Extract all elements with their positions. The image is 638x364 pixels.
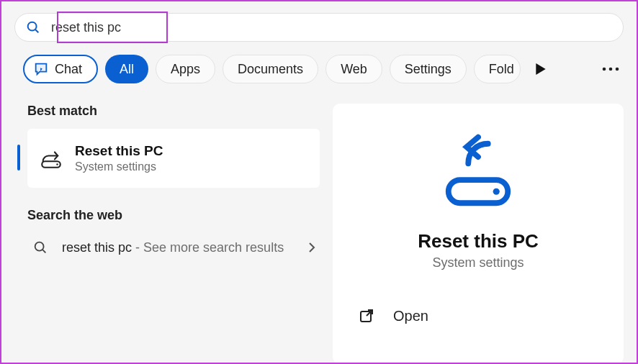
filter-folders[interactable]: Fold [474,55,521,83]
open-icon [357,306,376,325]
svg-line-8 [42,250,45,252]
search-icon [32,239,49,256]
scroll-right-button[interactable] [528,56,554,82]
preview-title: Reset this PC [418,230,539,252]
svg-point-7 [35,242,44,251]
svg-line-1 [35,29,38,32]
more-options-button[interactable] [598,56,624,82]
search-bar[interactable] [14,13,624,42]
best-match-result[interactable]: Reset this PC System settings [27,129,320,188]
reset-pc-large-icon [439,134,518,213]
best-match-subtitle: System settings [75,160,163,173]
best-match-text: Reset this PC System settings [75,143,163,173]
filter-apps[interactable]: Apps [156,55,215,83]
preview-subtitle: System settings [432,255,524,270]
filter-web[interactable]: Web [325,55,382,83]
reset-pc-icon [39,146,63,170]
svg-point-6 [56,163,58,165]
best-match-title: Reset this PC [75,143,163,159]
web-search-item[interactable]: reset this pc - See more search results [27,233,320,262]
results-left-column: Best match Reset this PC System settings… [1,104,327,364]
svg-point-3 [609,68,613,71]
filter-all[interactable]: All [105,55,148,83]
bing-chat-icon [33,61,49,77]
chat-button[interactable]: Chat [23,55,98,83]
filter-documents[interactable]: Documents [223,55,318,83]
svg-point-4 [616,68,619,71]
filter-row: Chat All Apps Documents Web Settings Fol… [1,42,637,83]
results-area: Best match Reset this PC System settings… [1,104,637,364]
svg-point-0 [28,22,37,31]
chevron-right-icon [308,242,315,253]
chat-label: Chat [55,62,82,77]
web-search-text: reset this pc - See more search results [62,239,295,256]
best-match-heading: Best match [27,104,320,119]
open-action[interactable]: Open [333,306,624,325]
svg-point-10 [493,188,500,195]
search-web-heading: Search the web [27,208,320,223]
search-icon [25,19,41,35]
open-label: Open [393,308,428,324]
svg-point-2 [603,68,606,71]
filter-settings[interactable]: Settings [390,55,467,83]
preview-panel: Reset this PC System settings Open [333,104,624,364]
search-input[interactable] [51,20,613,35]
